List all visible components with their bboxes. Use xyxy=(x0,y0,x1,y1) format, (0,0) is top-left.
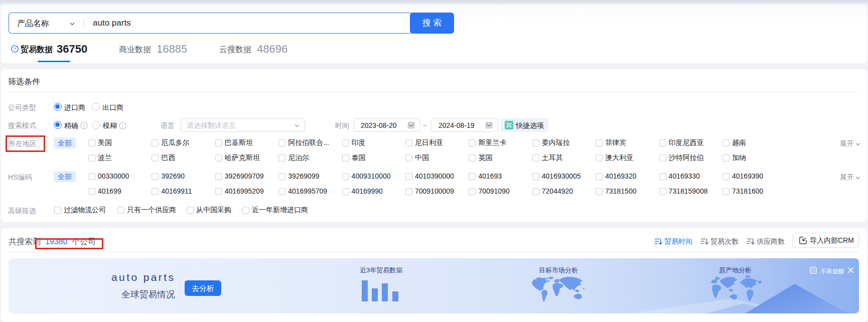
svg-text:?: ? xyxy=(14,46,16,52)
